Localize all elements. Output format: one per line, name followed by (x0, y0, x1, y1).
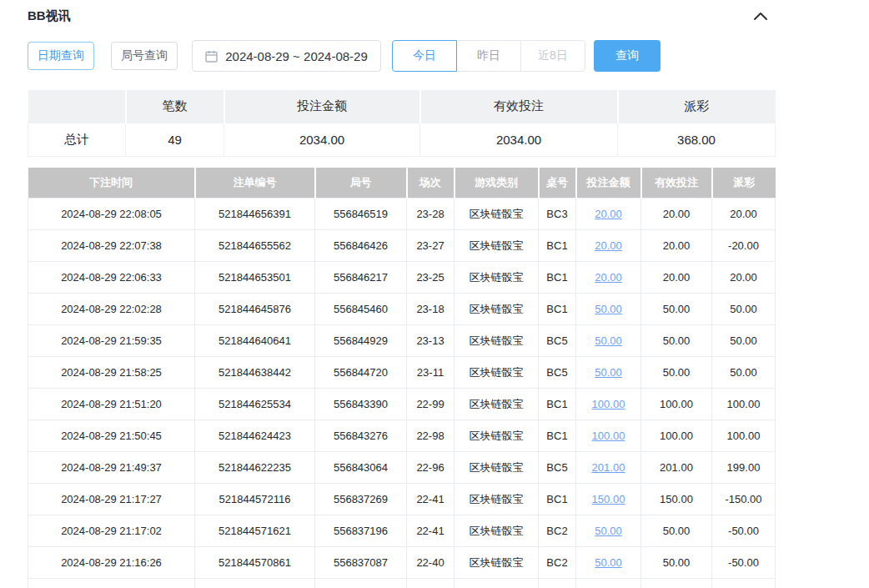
round-id-cell: 556844929 (315, 325, 407, 357)
summary-header-row: 笔数 投注金额 有效投注 派彩 (28, 90, 776, 123)
payout-cell: 20.00 (712, 199, 776, 230)
summary-total-label: 总计 (28, 123, 126, 156)
table-no-cell: BC5 (539, 357, 576, 389)
game-type-cell: 区块链骰宝 (455, 199, 539, 230)
session-cell: 22-41 (407, 484, 455, 515)
valid-bet-cell: 50.00 (641, 294, 712, 325)
valid-bet-cell: 50.00 (641, 357, 712, 389)
col-table-no: 桌号 (539, 168, 576, 199)
bet-time-cell: 2024-08-29 21:49:37 (28, 452, 195, 484)
bet-amount-link[interactable]: 50.00 (595, 334, 622, 347)
payout-cell: 100.00 (712, 389, 776, 420)
game-type-cell: 区块链骰宝 (455, 515, 539, 547)
summary-table: 笔数 投注金额 有效投注 派彩 总计 49 2034.00 2034.00 36… (28, 90, 776, 157)
bet-amount-cell: 100.00 (576, 389, 641, 420)
date-range-picker[interactable]: 2024-08-29 ~ 2024-08-29 (192, 40, 381, 72)
session-cell: 22-96 (407, 452, 455, 484)
game-type-cell: 区块链骰宝 (455, 262, 539, 294)
bet-time-cell: 2024-08-29 21:51:20 (28, 389, 195, 420)
table-row: 2024-08-29 22:07:38521844655562556846426… (28, 230, 776, 262)
round-id-cell: 556845460 (315, 294, 407, 325)
quick-last8days-button[interactable]: 近8日 (520, 40, 585, 72)
bet-time-cell: 2024-08-29 21:17:27 (28, 484, 195, 515)
date-range-value: 2024-08-29 ~ 2024-08-29 (225, 49, 368, 63)
game-type-cell: 区块链骰宝 (455, 357, 539, 389)
col-round-id: 局号 (315, 168, 407, 199)
bet-amount-link[interactable]: 20.00 (595, 239, 622, 252)
col-bet-amount: 投注金额 (576, 168, 641, 199)
bet-amount-cell: 50.00 (576, 547, 641, 579)
order-id-cell: 521844640641 (195, 325, 315, 357)
round-query-tab[interactable]: 局号查询 (111, 42, 178, 70)
quick-yesterday-button[interactable]: 昨日 (456, 40, 521, 72)
bet-records-body: 2024-08-29 22:08:05521844656391556846519… (28, 199, 776, 588)
table-no-cell: BC2 (539, 515, 576, 547)
valid-bet-cell: 50.00 (641, 515, 712, 547)
order-id-cell: 521844653501 (195, 262, 315, 294)
filter-bar: 日期查询 局号查询 2024-08-29 ~ 2024-08-29 今日 昨日 … (28, 40, 841, 72)
round-id-cell: 556843064 (315, 452, 407, 484)
bet-amount-cell: 20.00 (576, 199, 641, 230)
calendar-icon (205, 50, 218, 63)
bet-amount-cell: 50.00 (576, 325, 641, 357)
order-id-cell: 521844572116 (195, 484, 315, 515)
summary-col-bet-amount: 投注金额 (224, 90, 420, 123)
round-id-cell: 556846519 (315, 199, 407, 230)
table-no-cell: BC2 (539, 547, 576, 579)
round-id-cell: 556846217 (315, 262, 407, 294)
bet-time-cell: 2024-08-29 21:50:45 (28, 420, 195, 452)
bet-amount-link[interactable]: 201.00 (592, 461, 625, 474)
payout-cell: 50.00 (712, 357, 776, 389)
table-no-cell: BC1 (539, 420, 576, 452)
bet-records-table: 下注时间 注单编号 局号 场次 游戏类别 桌号 投注金额 有效投注 派彩 202… (28, 168, 776, 588)
round-id-cell: 556837196 (315, 515, 407, 547)
bet-amount-cell: 100.00 (576, 420, 641, 452)
summary-bet-amount-value: 2034.00 (224, 123, 420, 156)
valid-bet-cell: 20.00 (641, 199, 712, 230)
bet-amount-cell: 50.00 (576, 357, 641, 389)
bet-amount-link[interactable]: 150.00 (592, 493, 625, 505)
bet-amount-link[interactable]: 100.00 (592, 398, 625, 410)
bet-time-cell: 2024-08-29 22:08:05 (28, 199, 195, 230)
bet-amount-cell: 20.00 (576, 262, 641, 294)
round-id-cell: 556837087 (315, 547, 407, 579)
payout-cell: 199.00 (712, 452, 776, 484)
bet-amount-link[interactable]: 20.00 (595, 208, 622, 220)
payout-cell: -50.00 (712, 515, 776, 547)
table-no-cell: BC5 (539, 325, 576, 357)
bet-amount-link[interactable]: 50.00 (595, 366, 622, 379)
quick-today-button[interactable]: 今日 (392, 40, 457, 72)
order-id-cell: 521844622235 (195, 452, 315, 484)
table-no-cell: BC1 (539, 294, 576, 325)
table-row: 2024-08-29 21:17:27521844572116556837269… (28, 484, 776, 515)
session-cell: 23-27 (407, 230, 455, 262)
col-payout: 派彩 (712, 168, 776, 199)
collapse-chevron-icon[interactable] (753, 12, 768, 21)
valid-bet-cell: 20.00 (641, 262, 712, 294)
valid-bet-cell: 100.00 (641, 420, 712, 452)
date-query-tab[interactable]: 日期查询 (28, 42, 94, 70)
bet-amount-cell: 50.00 (576, 515, 641, 547)
valid-bet-cell: 50.00 (641, 325, 712, 357)
search-button[interactable]: 查询 (594, 40, 661, 72)
game-type-cell: 区块链骰宝 (455, 547, 539, 579)
panel-header: BB视讯 (28, 7, 775, 25)
session-cell: 23-25 (407, 262, 455, 294)
bet-time-cell: 2024-08-29 22:02:28 (28, 294, 195, 325)
summary-count-value: 49 (126, 123, 224, 156)
bet-amount-link[interactable]: 50.00 (595, 303, 622, 315)
table-row: 2024-08-29 21:51:20521844625534556843390… (28, 389, 776, 420)
game-type-cell: 区块链骰宝 (455, 420, 539, 452)
table-no-cell: BC5 (539, 452, 576, 484)
bet-amount-cell: 50.00 (576, 294, 641, 325)
round-id-cell: 556844720 (315, 357, 407, 389)
bet-amount-link[interactable]: 100.00 (592, 430, 625, 442)
table-row: 2024-08-29 22:08:05521844656391556846519… (28, 199, 776, 230)
payout-cell: -50.00 (712, 547, 776, 579)
bet-amount-link[interactable]: 20.00 (595, 271, 622, 284)
bet-amount-link[interactable]: 50.00 (595, 556, 622, 569)
bet-time-cell: 2024-08-29 22:07:38 (28, 230, 195, 262)
bet-amount-link[interactable]: 50.00 (595, 525, 622, 537)
table-row: 2024-08-29 21:58:25521844638442556844720… (28, 357, 776, 389)
session-cell: 22-41 (407, 515, 455, 547)
